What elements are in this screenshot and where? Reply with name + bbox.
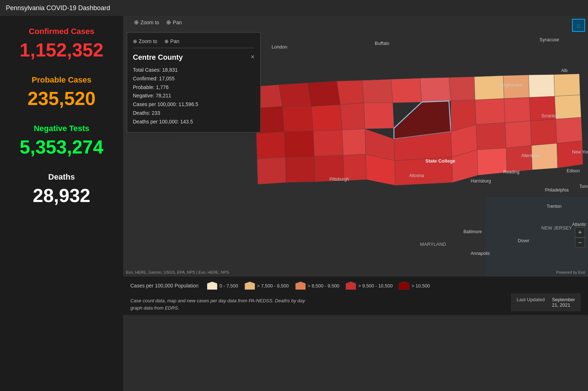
home-icon: ⌂: [577, 22, 581, 29]
bottom-strip: Cases per 100,000 Population 0 - 7,500 >…: [123, 277, 588, 315]
popup-nav: ⊕ Zoom to ⊕ Pan: [133, 38, 255, 48]
zoom-out-button[interactable]: −: [575, 237, 585, 248]
svg-marker-13: [554, 74, 580, 96]
legend-swatch: [295, 282, 306, 290]
popup-zoom-to[interactable]: ⊕ Zoom to: [133, 38, 157, 44]
powered-by-label: Powered by Esri: [556, 270, 585, 274]
svg-text:Baltimore: Baltimore: [463, 229, 482, 234]
svg-marker-27: [313, 130, 343, 156]
popup-data: Total Cases: 18,831 Confirmed: 17,055 Pr…: [133, 66, 255, 126]
legend-items: 0 - 7,500 > 7,500 - 8,500 > 8,500 - 9,50…: [207, 282, 430, 290]
svg-text:Alb: Alb: [561, 68, 568, 73]
svg-text:NEW JERSEY: NEW JERSEY: [541, 225, 572, 231]
svg-text:Atlantic: Atlantic: [572, 222, 586, 227]
svg-text:Binghamton: Binghamton: [500, 83, 523, 88]
svg-text:Trenton: Trenton: [547, 204, 562, 209]
svg-text:Edison: Edison: [567, 168, 580, 173]
pan-button[interactable]: ⊕ Pan: [166, 19, 182, 26]
legend-swatch: [399, 282, 409, 290]
probable-cases-label: Probable Cases: [32, 75, 91, 85]
popup-negative: Negative: 78,211: [133, 92, 255, 100]
svg-text:MARYLAND: MARYLAND: [420, 241, 446, 247]
svg-text:Harrisburg: Harrisburg: [471, 178, 491, 184]
last-updated-box: Last Updated September 21, 2021: [511, 293, 581, 311]
last-updated-label: Last Updated: [517, 297, 545, 302]
svg-text:Reading: Reading: [503, 169, 520, 175]
legend-item: > 10,500: [399, 282, 430, 290]
left-panel: Confirmed Cases 1,152,352 Probable Cases…: [0, 16, 123, 391]
page-title: Pennsylvania COVID-19 Dashboard: [6, 4, 110, 12]
svg-marker-5: [337, 80, 364, 105]
svg-marker-6: [362, 79, 393, 103]
right-area: ia London Buffalo Syracuse Alb Binghamto…: [123, 16, 588, 391]
popup-pan[interactable]: ⊕ Pan: [164, 38, 179, 44]
footnote: Case count data, map and new cases per d…: [130, 297, 305, 311]
confirmed-cases-value: 1,152,352: [20, 39, 103, 61]
last-updated-date: September 21, 2021: [552, 297, 575, 308]
zoom-icon: ⊕: [134, 19, 139, 26]
svg-marker-8: [420, 77, 451, 102]
svg-marker-44: [506, 146, 532, 172]
svg-marker-21: [475, 98, 505, 125]
zoom-controls: + −: [575, 227, 585, 248]
legend-item: 0 - 7,500: [207, 282, 238, 290]
svg-marker-32: [476, 123, 506, 150]
legend-label: 0 - 7,500: [219, 283, 238, 289]
deaths-label: Deaths: [48, 172, 75, 182]
confirmed-cases-label: Confirmed Cases: [29, 27, 94, 36]
deaths-value: 28,932: [33, 185, 90, 206]
svg-text:Annapolis: Annapolis: [471, 251, 490, 256]
svg-marker-3: [279, 83, 311, 106]
map-toolbar: ⊕ Zoom to ⊕ Pan: [134, 19, 182, 26]
legend-label: > 8,500 - 9,500: [308, 283, 340, 289]
svg-text:Altoona: Altoona: [409, 173, 424, 178]
svg-text:Allentown: Allentown: [521, 153, 540, 158]
svg-marker-33: [505, 121, 532, 148]
svg-text:Scranton: Scranton: [541, 113, 559, 118]
svg-marker-74: [346, 282, 356, 290]
svg-text:Buffalo: Buffalo: [375, 41, 389, 46]
svg-text:Dover: Dover: [518, 238, 529, 243]
svg-text:Pittsburgh: Pittsburgh: [329, 177, 349, 182]
map-background: ia London Buffalo Syracuse Alb Binghamto…: [123, 16, 588, 277]
svg-text:Syracuse: Syracuse: [539, 37, 559, 42]
legend-swatch: [346, 282, 356, 290]
popup-deaths: Deaths: 233: [133, 109, 255, 118]
svg-text:State College: State College: [425, 158, 455, 164]
popup-header: Centre County ×: [133, 53, 255, 62]
legend-label: > 10,500: [411, 283, 430, 289]
svg-marker-34: [530, 119, 557, 146]
negative-tests-label: Negative Tests: [34, 124, 89, 133]
svg-marker-36: [257, 157, 286, 184]
popup-pan-icon: ⊕: [164, 38, 169, 44]
svg-text:Toms River: Toms River: [579, 184, 588, 189]
svg-marker-73: [295, 282, 306, 290]
svg-marker-71: [207, 282, 217, 290]
svg-marker-43: [477, 148, 507, 175]
svg-text:Philadelphia: Philadelphia: [545, 188, 569, 193]
svg-text:London: London: [272, 44, 287, 50]
svg-marker-10: [474, 76, 504, 100]
deaths-block: Deaths 28,932: [7, 172, 116, 206]
svg-text:New Yor: New Yor: [572, 150, 588, 155]
probable-cases-value: 235,520: [28, 88, 96, 109]
svg-marker-37: [285, 156, 315, 182]
popup-probable: Probable: 1,776: [133, 83, 255, 92]
home-button[interactable]: ⌂: [572, 19, 585, 32]
svg-marker-9: [449, 77, 475, 101]
svg-marker-12: [529, 75, 555, 97]
popup-title: Centre County: [133, 53, 183, 62]
legend-section: Cases per 100,000 Population 0 - 7,500 >…: [130, 282, 581, 290]
probable-cases-block: Probable Cases 235,520: [7, 75, 116, 109]
popup-total-cases: Total Cases: 18,831: [133, 66, 255, 75]
popup-close-button[interactable]: ×: [251, 53, 255, 61]
title-bar: Pennsylvania COVID-19 Dashboard: [0, 0, 588, 16]
legend-title: Cases per 100,000 Population: [130, 283, 198, 289]
map-attribution: Esri, HERE, Garmin, USGS, EPA, NPS | Esr…: [126, 270, 229, 274]
svg-marker-22: [504, 97, 530, 123]
zoom-in-button[interactable]: +: [575, 227, 585, 237]
county-popup: ⊕ Zoom to ⊕ Pan Centre County ×: [127, 32, 261, 133]
svg-marker-17: [340, 103, 365, 130]
legend-swatch: [207, 282, 217, 290]
zoom-to-button[interactable]: ⊕ Zoom to: [134, 19, 159, 26]
